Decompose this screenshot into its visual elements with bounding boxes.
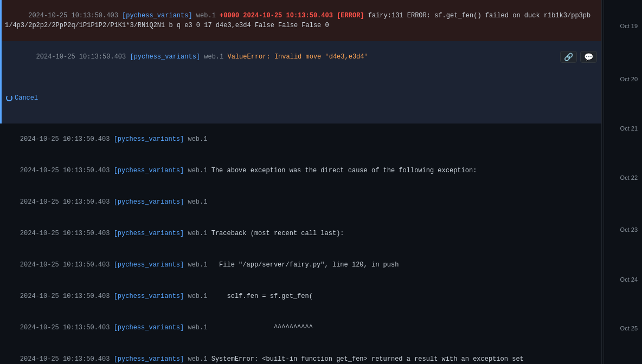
service-name: [pychess_variants] <box>122 12 192 20</box>
timestamp: 2024-10-25 10:13:50.403 <box>36 53 130 61</box>
web-label: web.1 <box>184 324 211 332</box>
timeline-line <box>604 0 604 364</box>
service-name: [pychess_variants] <box>114 167 184 174</box>
service-name: [pychess_variants] <box>114 261 184 269</box>
timestamp: 2024-10-25 10:13:50.403 <box>20 167 114 174</box>
web-label: web.1 <box>184 292 211 300</box>
timestamp: 2024-10-25 10:13:50.403 <box>20 292 114 300</box>
log-container[interactable]: 2024-10-25 10:13:50.403 [pychess_variant… <box>0 0 601 364</box>
service-name: [pychess_variants] <box>114 355 184 363</box>
web-label: web.1 <box>184 135 207 143</box>
comment-button[interactable]: 💬 <box>580 51 597 63</box>
log-message: self.fen = sf.get_fen( <box>211 292 313 300</box>
timeline-sidebar: Oct 19 Oct 20 Oct 21 Oct 22 Oct 23 Oct 2… <box>601 0 642 364</box>
web-label: web.1 <box>192 12 220 20</box>
web-label: web.1 <box>200 53 227 61</box>
timestamp: 2024-10-25 10:13:50.403 <box>20 261 114 269</box>
service-name: [pychess_variants] <box>130 53 200 61</box>
log-line-error-msg: 2024-10-25 10:13:50.403 [pychess_variant… <box>2 41 560 73</box>
web-label: web.1 <box>184 261 211 269</box>
refresh-icon <box>6 95 12 101</box>
timeline-label-oct23[interactable]: Oct 23 <box>620 226 638 233</box>
log-message: File "/app/server/fairy.py", line 120, i… <box>211 261 399 269</box>
service-name: [pychess_variants] <box>114 198 184 206</box>
log-line: 2024-10-25 10:13:50.403 [pychess_variant… <box>0 186 601 218</box>
cancel-label[interactable]: Cancel <box>15 93 38 103</box>
timestamp: 2024-10-25 10:13:50.403 <box>20 230 114 237</box>
cancel-bar: Cancel <box>2 73 601 123</box>
selected-log-block: 2024-10-25 10:13:50.403 [pychess_variant… <box>0 0 601 123</box>
timestamp: 2024-10-25 10:13:50.403 <box>20 355 114 363</box>
timestamp: 2024-10-25 10:13:50.403 <box>28 12 122 20</box>
error-message: ValueError: Invalid move 'd4e3,e3d4' <box>227 53 368 61</box>
log-line: 2024-10-25 10:13:50.403 [pychess_variant… <box>0 123 601 155</box>
log-line: 2024-10-25 10:13:50.403 [pychess_variant… <box>0 155 601 186</box>
timestamp: 2024-10-25 10:13:50.403 <box>20 135 114 143</box>
link-button[interactable]: 🔗 <box>560 51 577 63</box>
web-label: web.1 <box>184 230 211 237</box>
log-line: 2024-10-25 10:13:50.403 [pychess_variant… <box>0 218 601 249</box>
log-line: 2024-10-25 10:13:50.403 [pychess_variant… <box>0 281 601 312</box>
log-message: The above exception was the direct cause… <box>211 167 477 174</box>
log-message: Traceback (most recent call last): <box>211 230 344 237</box>
service-name: [pychess_variants] <box>114 324 184 332</box>
timeline-label-oct19[interactable]: Oct 19 <box>620 23 638 29</box>
web-label: web.1 <box>184 198 207 206</box>
timestamp: 2024-10-25 10:13:50.403 <box>20 324 114 332</box>
service-name: [pychess_variants] <box>114 135 184 143</box>
timeline-label-oct24[interactable]: Oct 24 <box>620 276 638 283</box>
log-line: 2024-10-25 10:13:50.403 [pychess_variant… <box>0 249 601 281</box>
log-line: 2024-10-25 10:13:50.403 [pychess_variant… <box>0 343 601 364</box>
cancel-link[interactable]: Cancel <box>6 93 597 103</box>
web-label: web.1 <box>184 167 211 174</box>
service-name: [pychess_variants] <box>114 292 184 300</box>
log-message: ^^^^^^^^^^ <box>211 324 313 332</box>
error-badge: +0000 2024-10-25 10:13:50.403 [ERROR] <box>220 12 364 20</box>
timeline-label-oct20[interactable]: Oct 20 <box>620 76 638 82</box>
action-icons-bar: 🔗 💬 <box>560 51 601 63</box>
service-name: [pychess_variants] <box>114 230 184 237</box>
log-line: 2024-10-25 10:13:50.403 [pychess_variant… <box>0 312 601 343</box>
timeline-label-oct21[interactable]: Oct 21 <box>620 125 638 132</box>
timeline-label-oct25[interactable]: Oct 25 <box>620 325 638 332</box>
timeline-label-oct22[interactable]: Oct 22 <box>620 174 638 181</box>
log-line: 2024-10-25 10:13:50.403 [pychess_variant… <box>2 0 601 41</box>
timestamp: 2024-10-25 10:13:50.403 <box>20 198 114 206</box>
web-label: web.1 <box>184 355 211 363</box>
log-message: SystemError: <built-in function get_fen>… <box>211 355 524 363</box>
